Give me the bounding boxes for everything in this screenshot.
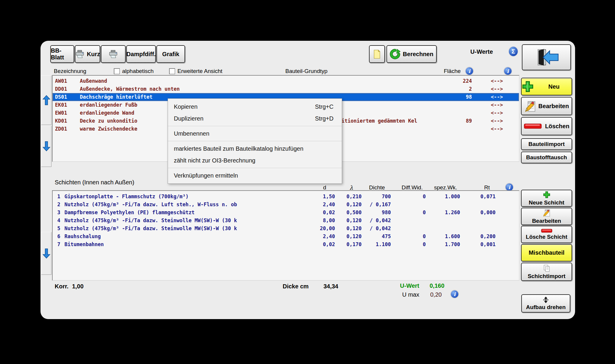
new-document-button[interactable] — [369, 45, 385, 63]
layer-column-header: λ — [341, 184, 362, 191]
baustofftausch-button[interactable]: Baustofftausch — [521, 152, 572, 163]
layer-row[interactable]: 2Nutzholz (475kg/m³ -Fi/Ta dazw. Luft st… — [53, 201, 519, 209]
u-max-label: U max — [381, 291, 419, 298]
print-button[interactable] — [101, 45, 126, 63]
layer-density-or-lambda2: / 0,042 — [363, 217, 391, 225]
plus-icon — [522, 80, 534, 93]
layer-row[interactable]: 5Nutzholz (475kg/m³ -Fi/Ta dazw. Steinwo… — [53, 225, 519, 233]
loesche-schicht-button[interactable]: Lösche Schicht — [521, 226, 572, 243]
layer-rt-value: 0,000 — [467, 209, 496, 217]
layer-column-header: Rt — [473, 184, 501, 191]
neue-schicht-button[interactable]: Neue Schicht — [521, 190, 572, 207]
component-move-up-button[interactable] — [41, 75, 51, 125]
kurz-label: Kurz — [87, 51, 100, 58]
layer-heat-capacity: 1.000 — [431, 193, 460, 201]
alphabetisch-checkbox[interactable] — [114, 68, 120, 74]
component-area-value: 98 — [437, 93, 472, 101]
layer-rt-value: 0,001 — [467, 240, 496, 248]
layer-name: Dampfbremse Polyethylen (PE) flammgeschü… — [64, 209, 195, 217]
bauteilimport-label: Bauteilimport — [528, 141, 564, 147]
menu-item[interactable]: DuplizierenStrg+D — [168, 113, 342, 124]
menu-item[interactable]: zählt nicht zur OI3-Berechnung — [168, 155, 342, 166]
layer-bearbeiten-label: Bearbeiten — [532, 218, 561, 224]
erweiterte-ansicht-checkbox[interactable] — [169, 68, 175, 74]
u-wert-value: 0,160 — [430, 282, 444, 289]
layer-heat-capacity: 1.700 — [431, 240, 460, 248]
layer-number: 6 — [54, 233, 60, 240]
layer-number: 4 — [54, 217, 60, 225]
dampfdiff-button[interactable]: Dampfdiff. — [126, 45, 156, 63]
layer-rt-value: 0,071 — [467, 193, 496, 201]
component-link-arrows: <--> — [491, 109, 503, 117]
dampfdiff-label: Dampfdiff. — [127, 51, 156, 58]
sigma-icon[interactable]: Σ — [509, 47, 518, 56]
menu-item-label: Duplizieren — [174, 115, 203, 122]
bauteilimport-button[interactable]: Bauteilimport — [521, 138, 572, 150]
u-max-info-icon[interactable]: i — [451, 290, 458, 298]
layer-row[interactable]: 6Rauhschalung2,400,12047501.6000,200 — [53, 233, 519, 240]
layer-move-down-button[interactable] — [41, 232, 51, 275]
u-max-value: 0,20 — [430, 291, 442, 298]
component-link-arrows: <--> — [491, 125, 503, 133]
layer-name: Bitumenbahnen — [64, 240, 104, 248]
plus-icon — [543, 191, 551, 199]
neu-button[interactable]: Neu — [521, 78, 572, 95]
link-info-icon[interactable]: i — [504, 67, 512, 75]
menu-item[interactable]: markiertes Bauteil zum Bauteilkatalog hi… — [168, 143, 342, 155]
menu-item[interactable]: Verknüpfungen ermitteln — [168, 170, 342, 181]
print-kurz-button[interactable]: Kurz — [75, 45, 100, 63]
schichtimport-button[interactable]: Schichtimport — [521, 263, 572, 281]
layer-density-or-lambda2: 475 — [363, 233, 391, 240]
layer-name: Rauhschalung — [64, 233, 101, 240]
component-name: erdanliegender Fußb — [80, 101, 137, 109]
component-move-down-button[interactable] — [41, 126, 51, 167]
layer-row[interactable]: 3Dampfbremse Polyethylen (PE) flammgesch… — [53, 209, 519, 217]
loeschen-button[interactable]: Löschen — [521, 117, 572, 135]
info-glyph: i — [468, 68, 470, 74]
aufbau-drehen-button[interactable]: Aufbau drehen — [521, 294, 570, 313]
flaeche-label: Fläche — [444, 68, 461, 74]
layer-row[interactable]: 7Bitumenbahnen0,020,1701.10001.7000,001 — [53, 240, 519, 248]
menu-item[interactable]: Umbenennen — [168, 128, 342, 139]
flaeche-info-icon[interactable]: i — [466, 67, 473, 75]
berechnen-button[interactable]: Berechnen — [386, 45, 437, 63]
layer-row[interactable]: 1Gipskartonplatte - Flammschutz (700kg/m… — [53, 193, 519, 201]
component-code: ZD01 — [55, 125, 67, 133]
schichtimport-label: Schichtimport — [528, 273, 566, 280]
layer-diffusion-resistance: 0 — [402, 233, 426, 240]
layer-thickness: 2,40 — [314, 233, 335, 240]
layer-thickness: 20,00 — [314, 225, 335, 233]
mischbauteil-button[interactable]: Mischbauteil — [521, 244, 572, 261]
component-row[interactable]: DD01Außendecke, Wärmestrom nach unten2<-… — [53, 85, 519, 93]
menu-item-shortcut: Strg+C — [315, 103, 334, 110]
layer-diffusion-resistance: 0 — [402, 193, 426, 201]
bb-blatt-label: BB-Blatt — [51, 47, 74, 61]
layer-number: 3 — [54, 209, 60, 217]
korr-value: 1,00 — [72, 283, 84, 290]
bearbeiten-button[interactable]: Bearbeiten — [521, 97, 572, 115]
component-code: EW01 — [55, 109, 67, 117]
bb-blatt-button[interactable]: BB-Blatt — [50, 45, 74, 63]
menu-item-label: Verknüpfungen ermitteln — [174, 172, 238, 179]
bearbeiten-label: Bearbeiten — [538, 103, 569, 110]
layer-row[interactable]: 4Nutzholz (475kg/m³ -Fi/Ta dazw. Steinwo… — [53, 217, 519, 225]
layer-diffusion-resistance: 0 — [402, 209, 426, 217]
layer-bearbeiten-button[interactable]: Bearbeiten — [521, 208, 572, 225]
layer-info-icon[interactable]: i — [506, 183, 513, 191]
layer-number: 5 — [54, 225, 60, 233]
loesche-schicht-label: Lösche Schicht — [526, 234, 567, 240]
component-name: erdanliegende Wand — [80, 109, 134, 117]
layer-density-or-lambda2: 700 — [363, 193, 391, 201]
bauteil-grundtyp-label: Bauteil-Grundtyp — [285, 68, 328, 74]
grafik-button[interactable]: Grafik — [156, 45, 185, 63]
layer-column-header: spez.Wk. — [431, 184, 460, 191]
component-area-value: 2 — [437, 85, 472, 93]
menu-item[interactable]: KopierenStrg+C — [168, 101, 342, 113]
u-wert-label: U-Wert — [381, 282, 419, 289]
exit-button[interactable] — [522, 44, 571, 70]
component-name: warme Zwischendecke — [80, 125, 137, 133]
baustofftausch-label: Baustofftausch — [526, 154, 567, 161]
layer-lambda: 0,170 — [341, 240, 362, 248]
component-row[interactable]: AW01Außenwand224<--> — [53, 77, 519, 85]
layer-diffusion-resistance: 0 — [402, 240, 426, 248]
